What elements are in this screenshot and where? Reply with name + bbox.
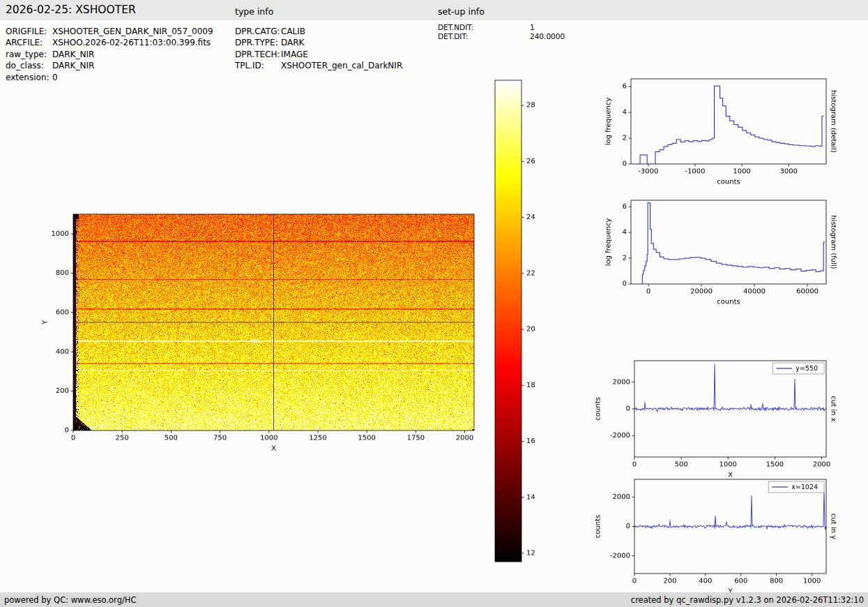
meta-label: DET.NDIT:	[438, 23, 530, 32]
meta-row: TPL.ID:XSHOOTER_gen_cal_DarkNIR	[235, 60, 402, 71]
type-info-heading: type info	[235, 6, 273, 17]
meta-value: XSHOO.2026-02-26T11:03:00.399.fits	[52, 37, 211, 48]
meta-row: extension:0	[6, 72, 213, 83]
meta-value: DARK_NIR	[52, 49, 94, 60]
meta-value: XSHOOTER_GEN_DARK_NIR_057_0009	[52, 26, 213, 37]
meta-row: raw_type:DARK_NIR	[6, 49, 213, 60]
meta-label: DPR.TECH:	[235, 49, 281, 60]
cut-in-x-chart	[579, 352, 868, 481]
meta-label: extension:	[6, 72, 52, 83]
meta-row: do_class:DARK_NIR	[6, 60, 213, 71]
raw-image-heatmap	[38, 206, 492, 464]
type-info-block: DPR.CATG:CALIB DPR.TYPE:DARK DPR.TECH:IM…	[235, 26, 402, 72]
meta-label: TPL.ID:	[235, 60, 281, 71]
meta-label: ORIGFILE:	[6, 26, 52, 37]
setup-info-block: DET.NDIT:1 DET.DIT:240.0000	[438, 23, 565, 41]
meta-row: DPR.CATG:CALIB	[235, 26, 402, 37]
meta-value: CALIB	[281, 26, 305, 37]
footer-bar: powered by QC: www.eso.org/HC created by…	[0, 592, 868, 607]
meta-label: DPR.TYPE:	[235, 37, 281, 48]
histogram-full-chart	[579, 190, 868, 312]
cut-in-y-chart	[579, 471, 868, 600]
setup-info-heading: set-up info	[438, 6, 485, 17]
meta-label: DET.DIT:	[438, 32, 530, 41]
meta-row: ORIGFILE:XSHOOTER_GEN_DARK_NIR_057_0009	[6, 26, 213, 37]
histogram-detail-chart	[579, 70, 868, 192]
meta-value: 1	[530, 23, 535, 32]
meta-label: ARCFILE:	[6, 37, 52, 48]
page-title: 2026-02-25: XSHOOTER	[6, 3, 136, 16]
footer-right-text: created by qc_rawdisp.py v1.2.3 on 2026-…	[631, 595, 864, 605]
meta-value: XSHOOTER_gen_cal_DarkNIR	[281, 60, 402, 71]
meta-label: do_class:	[6, 60, 52, 71]
meta-value: DARK_NIR	[52, 60, 94, 71]
meta-label: DPR.CATG:	[235, 26, 281, 37]
meta-row: ARCFILE:XSHOO.2026-02-26T11:03:00.399.fi…	[6, 37, 213, 48]
meta-row: DET.DIT:240.0000	[438, 32, 565, 41]
meta-value: 240.0000	[530, 32, 565, 41]
colorbar	[492, 75, 551, 564]
meta-value: DARK	[281, 37, 304, 48]
meta-value: 0	[52, 72, 58, 83]
footer-left-text: powered by QC: www.eso.org/HC	[4, 595, 136, 605]
meta-label: raw_type:	[6, 49, 52, 60]
file-info-block: ORIGFILE:XSHOOTER_GEN_DARK_NIR_057_0009 …	[6, 26, 213, 83]
meta-value: IMAGE	[281, 49, 308, 60]
meta-row: DPR.TYPE:DARK	[235, 37, 402, 48]
header-bar: 2026-02-25: XSHOOTER type info set-up in…	[0, 0, 868, 20]
meta-row: DET.NDIT:1	[438, 23, 565, 32]
meta-row: DPR.TECH:IMAGE	[235, 49, 402, 60]
